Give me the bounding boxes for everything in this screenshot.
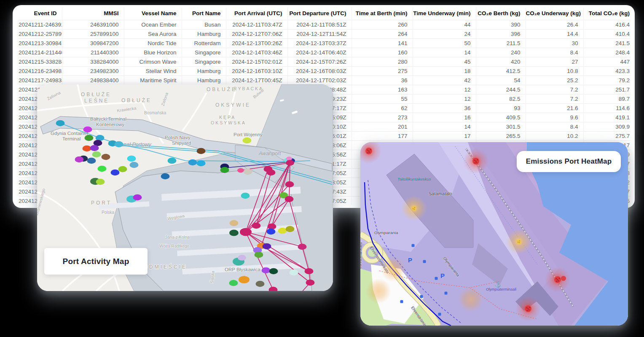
vessel-dot[interactable] — [298, 244, 307, 250]
vessel-dot[interactable] — [115, 141, 123, 147]
vessel-dot[interactable] — [188, 159, 197, 165]
vessel-dot[interactable] — [285, 196, 294, 202]
vessel-dot[interactable] — [290, 270, 298, 275]
table-cell: Sea Aurora — [124, 30, 182, 39]
vessel-dot[interactable] — [130, 162, 139, 168]
table-cell: 2024-12-11T08:51Z — [287, 20, 352, 30]
vessel-dot[interactable] — [267, 229, 276, 235]
vessel-dot[interactable] — [161, 173, 170, 179]
bus-stop-icon — [420, 295, 423, 298]
vessel-dot[interactable] — [118, 166, 127, 172]
vessel-dot[interactable] — [127, 156, 136, 162]
table-cell: Stellar Wind — [124, 67, 182, 76]
vessel-dot[interactable] — [255, 252, 263, 258]
vessel-dot[interactable] — [229, 280, 238, 286]
vessel-dot[interactable] — [237, 168, 244, 173]
map-label: Kontenerowy — [96, 122, 124, 127]
vessel-dot[interactable] — [305, 268, 314, 274]
parking-icon: P — [440, 272, 445, 279]
vessel-dot[interactable] — [56, 120, 65, 126]
table-cell: 20241215-338284000 — [19, 57, 62, 67]
vessel-dot[interactable] — [306, 280, 315, 286]
map-label: Port Wojenny — [233, 132, 263, 137]
vessel-dot[interactable] — [220, 167, 229, 173]
dashboard-stage: Event IDMMSIVessel NamePort NamePort Arr… — [0, 0, 644, 337]
vessel-dot[interactable] — [96, 179, 105, 185]
table-cell: 240 — [476, 48, 526, 57]
map-label: Bosmańska — [144, 111, 166, 115]
table-cell: 36 — [413, 104, 476, 113]
table-cell: 280 — [352, 57, 413, 67]
vessel-dot[interactable] — [252, 223, 261, 229]
table-cell: 246391000 — [62, 20, 124, 30]
vessel-dot[interactable] — [90, 145, 99, 151]
column-header: Port Departure (UTC) — [287, 8, 352, 20]
table-cell: Crimson Wave — [124, 57, 182, 67]
table-cell: 20241216-234982300 — [19, 67, 62, 76]
vessel-dot[interactable] — [286, 160, 294, 166]
vessel-dot[interactable] — [87, 158, 96, 164]
vessel-dot[interactable] — [286, 156, 292, 161]
vessel-dot[interactable] — [267, 170, 276, 175]
vessel-dot[interactable] — [96, 135, 105, 141]
table-cell: 257899100 — [62, 30, 124, 39]
vessel-dot[interactable] — [243, 137, 252, 143]
vessel-dot[interactable] — [98, 166, 107, 172]
map-label: Polish Navy — [165, 135, 191, 140]
table-cell: 249838400 — [62, 76, 124, 85]
vessel-dot[interactable] — [75, 156, 84, 162]
table-cell: Ocean Ember — [124, 20, 182, 30]
table-cell: 114.6 — [583, 104, 631, 113]
vessel-dot[interactable] — [241, 193, 250, 199]
vessel-dot[interactable] — [168, 158, 177, 164]
table-cell: 20241211-246391000 — [19, 20, 62, 30]
table-cell: 25.2 — [526, 76, 583, 85]
vessel-dot[interactable] — [286, 226, 295, 232]
table-cell: 8.4 — [526, 122, 583, 132]
table-cell: 265.5 — [476, 132, 526, 141]
vessel-dot[interactable] — [238, 255, 246, 261]
table-cell: 409.5 — [476, 113, 526, 122]
table-cell: 163 — [352, 85, 413, 94]
vessel-dot[interactable] — [85, 135, 94, 141]
table-cell: 24 — [413, 30, 476, 39]
vessel-dot[interactable] — [239, 276, 250, 283]
vessel-dot[interactable] — [256, 281, 265, 287]
table-cell: 275.7 — [583, 132, 631, 141]
table-cell: 14 — [413, 122, 476, 132]
table-cell: 89.7 — [583, 94, 631, 104]
vessel-dot[interactable] — [285, 181, 294, 187]
column-header: CO₂e Underway (kg) — [526, 8, 583, 20]
vessel-dot[interactable] — [262, 267, 271, 273]
table-cell: 14.4 — [526, 30, 583, 39]
pink-track — [290, 163, 290, 184]
map-label: Taitoliikuntakeskus — [397, 177, 431, 181]
table-cell: 234982300 — [62, 67, 124, 76]
table-cell: 7.2 — [526, 85, 583, 94]
vessel-dot[interactable] — [197, 160, 206, 166]
map-label: Jana z Kolna — [165, 235, 190, 240]
vessel-dot[interactable] — [92, 151, 101, 157]
table-cell: Blue Horizon — [124, 48, 182, 57]
table-row: 20241212-257899100257899100Sea AuroraHam… — [19, 30, 631, 39]
table-cell: 20241212-257899100 — [19, 30, 62, 39]
vessel-dot[interactable] — [278, 228, 287, 234]
vessel-dot[interactable] — [230, 220, 239, 226]
vessel-dot[interactable] — [102, 154, 110, 160]
table-cell: Singapore — [182, 48, 226, 57]
vessel-dot[interactable] — [111, 170, 120, 175]
vessel-dot[interactable] — [133, 194, 142, 200]
table-cell: 2024-12-16T03:10Z — [226, 67, 287, 76]
vessel-dot[interactable] — [240, 228, 252, 236]
vessel-dot[interactable] — [83, 127, 92, 132]
vessel-dot[interactable] — [229, 230, 239, 236]
table-cell: 2024-12-17T00:45Z — [226, 76, 287, 85]
vessel-dot[interactable] — [263, 243, 271, 249]
vessel-dot[interactable] — [269, 268, 278, 274]
vessel-dot[interactable] — [83, 146, 91, 151]
bus-stop-icon — [438, 313, 441, 316]
table-cell: 18 — [413, 67, 476, 76]
vessel-dot[interactable] — [197, 148, 206, 154]
vessel-dot[interactable] — [244, 169, 252, 175]
table-cell: 244.5 — [476, 85, 526, 94]
